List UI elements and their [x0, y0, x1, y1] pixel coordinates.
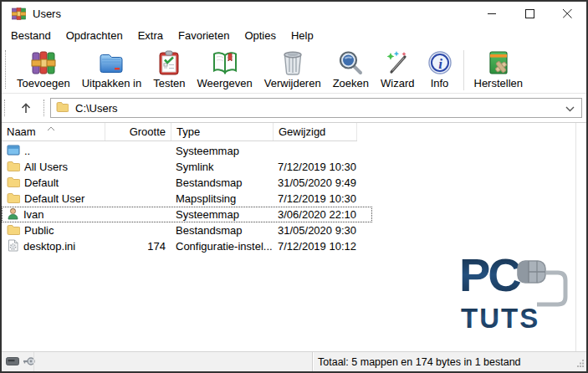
menubar: Bestand Opdrachten Extra Favorieten Opti… — [2, 25, 586, 45]
add-button-label: Toevoegen — [17, 77, 70, 89]
folder-icon — [7, 224, 20, 238]
current-path: C:\Users — [75, 102, 565, 115]
menu-opties[interactable]: Opties — [237, 27, 284, 44]
folder-icon — [7, 192, 20, 206]
add-button[interactable]: Toevoegen — [11, 48, 76, 91]
repair-button[interactable]: Herstellen — [468, 48, 529, 91]
svg-text:i: i — [438, 56, 442, 72]
trash-icon — [279, 49, 306, 76]
mouse-shape — [518, 261, 545, 283]
delete-button[interactable]: Verwijderen — [258, 48, 327, 91]
status-total-panel: Totaal: 5 mappen en 174 bytes in 1 besta… — [312, 352, 586, 371]
menu-extra[interactable]: Extra — [130, 27, 171, 44]
up-arrow-icon — [20, 102, 32, 115]
folder-icon — [7, 176, 20, 190]
addressbar-gripper-1[interactable] — [4, 100, 8, 116]
info-icon: i — [427, 49, 453, 76]
close-button[interactable] — [549, 2, 586, 25]
search-icon — [337, 49, 364, 76]
status-bar: Totaal: 5 mappen en 174 bytes in 1 besta… — [2, 351, 586, 371]
extract-to-button-label: Uitpakken in — [82, 77, 142, 89]
wizard-button[interactable]: Wizard — [375, 48, 420, 91]
extract-to-button[interactable]: Uitpakken in — [76, 48, 148, 91]
view-book-icon — [212, 49, 238, 76]
chevron-down-icon[interactable] — [565, 102, 575, 115]
winrar-add-icon — [30, 49, 57, 76]
header-grootte[interactable]: Grootte — [105, 123, 171, 141]
table-row-default[interactable]: Default Bestandsmap 31/05/2020 9:49 — [2, 175, 372, 191]
up-directory-button[interactable] — [14, 98, 38, 118]
test-clipboard-icon — [156, 49, 182, 76]
test-button-label: Testen — [153, 77, 185, 89]
titlebar: Users — [2, 2, 586, 25]
toolbar-separator — [463, 50, 464, 90]
menu-opdrachten[interactable]: Opdrachten — [59, 27, 130, 44]
file-rows: .. Systeemmap All Users Symlink 7/12/201… — [2, 141, 586, 254]
delete-button-label: Verwijderen — [264, 77, 321, 89]
status-icons — [2, 352, 33, 371]
password-key-icon — [6, 356, 19, 368]
header-gewijzigd[interactable]: Gewijzigd — [274, 123, 357, 141]
address-bar: C:\Users — [2, 94, 586, 123]
repair-button-label: Herstellen — [474, 77, 524, 89]
minimize-button[interactable] — [473, 2, 511, 25]
path-combobox[interactable]: C:\Users — [50, 98, 582, 118]
search-button[interactable]: Zoeken — [327, 48, 375, 91]
maximize-button[interactable] — [511, 2, 549, 25]
sort-ascending-icon — [47, 123, 55, 134]
table-row-default-user[interactable]: Default User Mapsplitsing 7/12/2019 10:3… — [2, 191, 372, 207]
window-title: Users — [33, 8, 61, 20]
view-button[interactable]: Weergeven — [191, 48, 258, 91]
toolbar: Toevoegen Uitpakken in — [2, 45, 586, 94]
pctuts-watermark-logo: PC TUTS — [459, 249, 585, 333]
table-row-all-users[interactable]: All Users Symlink 7/12/2019 10:30 — [2, 159, 372, 175]
info-button-label: Info — [431, 77, 449, 89]
menu-bestand[interactable]: Bestand — [3, 27, 59, 44]
winrar-app-icon — [12, 8, 26, 20]
folder-icon — [7, 161, 20, 174]
info-button[interactable]: i Info — [421, 48, 459, 91]
ini-file-icon — [7, 239, 19, 254]
window-controls — [473, 2, 586, 25]
search-button-label: Zoeken — [333, 77, 369, 89]
column-headers: Naam Grootte Type Gewijzigd — [2, 123, 357, 141]
extract-folder-icon — [98, 49, 125, 76]
status-total-text: Totaal: 5 mappen en 174 bytes in 1 besta… — [318, 356, 521, 368]
addressbar-gripper-2[interactable] — [43, 100, 48, 116]
status-middle-panel — [33, 352, 312, 371]
view-button-label: Weergeven — [197, 77, 252, 89]
repair-book-icon — [485, 49, 512, 76]
wizard-wand-icon — [384, 49, 411, 76]
toolbar-gripper[interactable] — [5, 50, 9, 89]
svg-text:TUTS: TUTS — [461, 303, 539, 333]
small-folder-icon — [56, 101, 69, 115]
table-row-ivan[interactable]: Ivan Systeemmap 3/06/2020 22:10 — [2, 207, 372, 222]
table-row-public[interactable]: Public Bestandsmap 31/05/2020 9:30 — [2, 222, 372, 238]
file-list-area: Naam Grootte Type Gewijzigd .. Systeemma — [2, 123, 586, 351]
svg-text:PC: PC — [459, 249, 520, 301]
winrar-window: Users Bestand Opdrachten Extra Favoriete… — [0, 0, 588, 373]
test-button[interactable]: Testen — [147, 48, 191, 91]
user-icon — [7, 207, 19, 222]
folder-up-icon — [7, 145, 20, 158]
wizard-button-label: Wizard — [381, 77, 414, 89]
resize-grip[interactable] — [576, 358, 585, 370]
menu-help[interactable]: Help — [284, 27, 321, 44]
table-row-parent-dir[interactable]: .. Systeemmap — [2, 143, 372, 159]
table-row-desktop-ini[interactable]: desktop.ini 174 Configuratie-instel... 7… — [2, 238, 372, 254]
header-type[interactable]: Type — [171, 123, 274, 141]
menu-favorieten[interactable]: Favorieten — [171, 27, 237, 44]
